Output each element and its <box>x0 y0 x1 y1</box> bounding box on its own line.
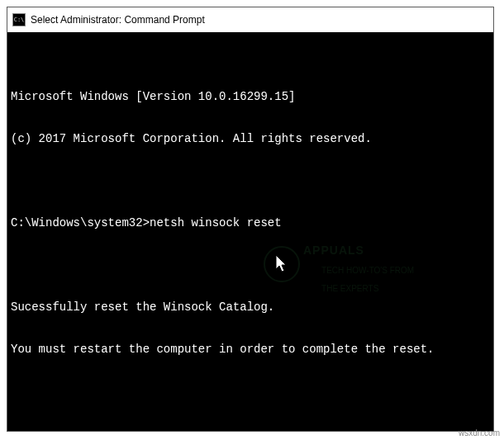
prompt-line: C:\Windows\system32>netsh winsock reset <box>11 216 490 230</box>
titlebar[interactable]: C:\ Select Administrator: Command Prompt <box>7 7 493 32</box>
site-watermark: wsxdn.com <box>459 428 500 438</box>
output-line: Sucessfully reset the Winsock Catalog. <box>11 300 490 315</box>
cmd-icon: C:\ <box>12 13 26 26</box>
window-title: Select Administrator: Command Prompt <box>31 14 205 26</box>
blank-line <box>11 174 490 188</box>
command-prompt-window: C:\ Select Administrator: Command Prompt… <box>7 7 494 432</box>
terminal-output[interactable]: APPUALS TECH HOW-TO'S FROM THE EXPERTS M… <box>7 32 493 431</box>
output-line: You must restart the computer in order t… <box>11 343 490 357</box>
banner-line: (c) 2017 Microsoft Corporation. All righ… <box>11 132 490 146</box>
blank-line <box>11 258 490 272</box>
blank-line <box>11 427 490 431</box>
blank-line <box>11 385 490 399</box>
banner-line: Microsoft Windows [Version 10.0.16299.15… <box>11 90 490 104</box>
